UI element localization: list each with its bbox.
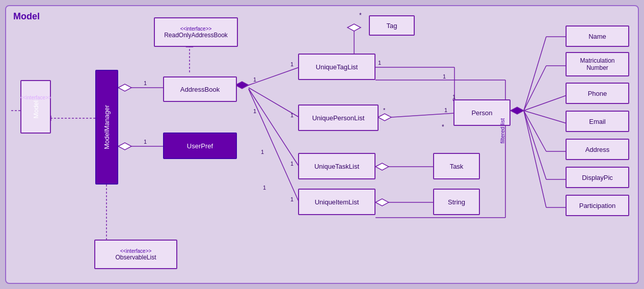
string-label: String	[448, 198, 465, 206]
svg-text:1: 1	[378, 60, 381, 66]
user-pref-box: UserPref	[163, 133, 237, 159]
svg-line-51	[524, 66, 546, 111]
email-label: Email	[589, 118, 606, 125]
mult-1d: 1	[290, 196, 293, 202]
svg-text:1: 1	[144, 139, 147, 145]
matric-box: MatriculationNumber	[566, 52, 629, 76]
svg-line-26	[249, 89, 299, 202]
unique-task-list-box: UniqueTaskList	[298, 153, 375, 179]
svg-marker-41	[375, 163, 389, 170]
task-box: Task	[433, 153, 480, 179]
svg-text:1: 1	[144, 80, 147, 86]
svg-line-23	[249, 89, 299, 167]
observable-name: ObservableList	[115, 254, 156, 261]
unique-tag-list-box: UniqueTagList	[298, 54, 375, 80]
observable-list-box: <<interface>> ObservableList	[94, 240, 177, 269]
mult-1c: 1	[290, 161, 293, 167]
mult-star: *	[442, 123, 444, 130]
tag-box: Tag	[369, 15, 415, 36]
name-box: Name	[566, 25, 629, 47]
model-interface-box: <<interface>> Model	[20, 80, 51, 134]
svg-text:*: *	[359, 12, 362, 19]
phone-box: Phone	[566, 83, 629, 104]
svg-text:1: 1	[444, 107, 447, 113]
svg-marker-47	[511, 107, 524, 114]
matric-label: MatriculationNumber	[580, 57, 614, 71]
mult-1e: 1	[443, 73, 446, 80]
svg-marker-12	[118, 143, 131, 150]
svg-text:1: 1	[261, 149, 264, 155]
model-name: Model	[32, 100, 40, 118]
svg-line-37	[391, 113, 454, 117]
svg-text:*: *	[383, 107, 386, 113]
unique-person-list-box: UniquePersonList	[298, 104, 379, 131]
person-label: Person	[471, 109, 492, 117]
svg-line-61	[524, 111, 546, 179]
unique-item-list-label: UniqueItemList	[315, 198, 359, 206]
unique-person-list-label: UniquePersonList	[312, 114, 365, 122]
mult-1f: 1	[452, 94, 455, 100]
unique-task-list-label: UniqueTaskList	[314, 163, 359, 170]
unique-tag-list-label: UniqueTagList	[316, 63, 358, 71]
task-label: Task	[450, 163, 464, 170]
readonly-stereotype: <<interface>>	[180, 26, 212, 32]
model-manager-box: ModelManager	[95, 70, 118, 185]
mult-1a: 1	[290, 61, 293, 67]
svg-marker-44	[375, 199, 389, 206]
svg-marker-30	[347, 24, 361, 31]
address-box: Address	[566, 139, 629, 160]
name-label: Name	[588, 33, 606, 40]
address-book-box: AddressBook	[163, 76, 237, 102]
participation-label: Participation	[579, 202, 616, 209]
address-book-label: AddressBook	[180, 86, 220, 93]
svg-marker-8	[118, 84, 131, 91]
string-box: String	[433, 189, 480, 215]
svg-line-48	[524, 37, 546, 111]
address-label: Address	[585, 146, 610, 153]
svg-text:1: 1	[263, 185, 266, 191]
email-box: Email	[566, 111, 629, 132]
svg-text:1: 1	[253, 76, 256, 83]
svg-line-54	[524, 95, 567, 111]
mult-1b: 1	[290, 112, 293, 118]
participation-box: Participation	[566, 195, 629, 216]
display-pic-box: DisplayPic	[566, 167, 629, 188]
svg-line-17	[249, 67, 299, 85]
display-pic-label: DisplayPic	[582, 174, 613, 181]
svg-marker-16	[235, 82, 249, 89]
svg-line-56	[524, 111, 567, 123]
user-pref-label: UserPref	[187, 142, 213, 150]
filtered-list-label: filtered list	[499, 118, 505, 144]
observable-stereotype: <<interface>>	[120, 248, 152, 254]
svg-marker-36	[378, 114, 391, 121]
readonly-address-book-box: <<interface>> ReadOnlyAddressBook	[154, 17, 238, 47]
svg-line-64	[524, 111, 546, 207]
model-manager-label: ModelManager	[103, 105, 111, 149]
tag-label: Tag	[387, 22, 397, 30]
model-stereotype: <<interface>>	[20, 95, 51, 100]
phone-label: Phone	[588, 90, 607, 97]
diagram-title: Model	[13, 11, 40, 22]
svg-text:1: 1	[253, 108, 256, 114]
unique-item-list-box: UniqueItemList	[298, 189, 375, 215]
readonly-name: ReadOnlyAddressBook	[164, 32, 228, 39]
diagram-container: Model 1 1 1 1	[5, 5, 639, 284]
svg-line-58	[524, 111, 546, 151]
